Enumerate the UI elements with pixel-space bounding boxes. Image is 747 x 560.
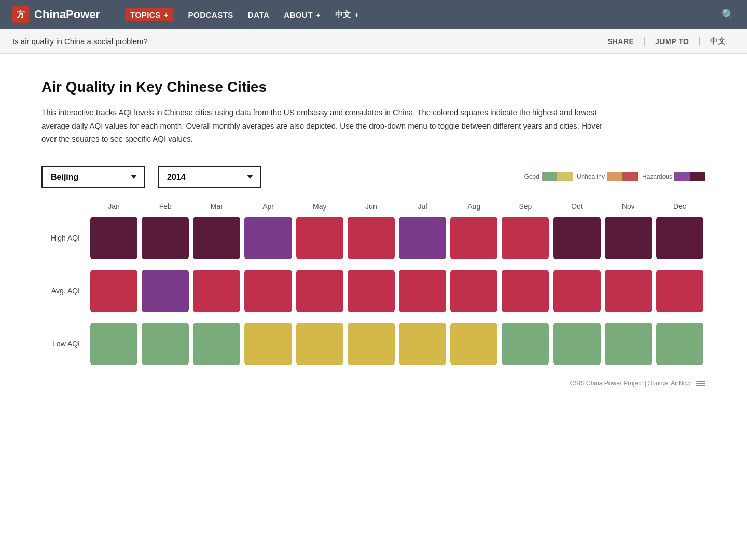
month-apr: Apr (242, 202, 294, 211)
cell-high-mar[interactable] (191, 215, 242, 261)
footer-text: CSIS China Power Project | Source: AirNo… (570, 380, 691, 387)
year-dropdown[interactable]: 2008 2009 2010 2011 2012 2013 2014 2015 … (158, 166, 261, 188)
controls-row: Beijing Shanghai Guangzhou Chengdu Sheny… (42, 166, 706, 188)
cell-high-oct[interactable] (551, 215, 602, 261)
section-title: Air Quality in Key Chinese Cities (42, 79, 706, 95)
cell-avg-oct[interactable] (551, 268, 602, 314)
month-jun: Jun (345, 202, 397, 211)
month-aug: Aug (448, 202, 500, 211)
month-feb: Feb (140, 202, 191, 211)
sub-bar: Is air quality in China a social problem… (0, 29, 747, 54)
legend: Good Unhealthy Hazardous (524, 172, 706, 181)
cell-high-apr[interactable] (242, 215, 294, 261)
nav-link-about[interactable]: ABOUT + (284, 10, 321, 19)
cell-avg-nov[interactable] (603, 268, 654, 314)
nav-link-topics[interactable]: TOPICS + (125, 8, 173, 21)
cell-avg-feb[interactable] (140, 268, 191, 314)
legend-blocks-hazardous (674, 172, 706, 181)
jump-to-button[interactable]: JUMP TO (646, 37, 698, 46)
legend-hazardous2 (690, 172, 706, 181)
cell-high-sep[interactable] (500, 215, 551, 261)
cell-low-jan[interactable] (88, 320, 140, 367)
cell-low-feb[interactable] (140, 320, 191, 367)
cell-low-jun[interactable] (345, 320, 397, 367)
month-sep: Sep (500, 202, 551, 211)
page-subtitle: Is air quality in China a social problem… (12, 37, 598, 46)
chart-footer: CSIS China Power Project | Source: AirNo… (42, 380, 706, 387)
nav-link-data[interactable]: DATA (248, 10, 269, 19)
cell-high-jan[interactable] (88, 215, 140, 261)
cell-avg-jul[interactable] (397, 268, 448, 314)
low-aqi-label: Low AQI (42, 340, 88, 348)
nav-links: TOPICS + PODCASTS DATA ABOUT + 中文 + (125, 8, 358, 21)
legend-label-hazardous: Hazardous (642, 173, 672, 180)
cell-high-dec[interactable] (654, 215, 706, 261)
cell-low-oct[interactable] (551, 320, 602, 367)
legend-hazardous1 (674, 172, 690, 181)
chart-rows: High AQI Avg. AQI (42, 215, 706, 367)
cell-low-aug[interactable] (448, 320, 500, 367)
cell-avg-jun[interactable] (345, 268, 397, 314)
cell-avg-sep[interactable] (500, 268, 551, 314)
share-button[interactable]: SHARE (598, 37, 644, 46)
month-headers: Jan Feb Mar Apr May Jun Jul Aug Sep Oct … (42, 202, 706, 211)
cell-low-sep[interactable] (500, 320, 551, 367)
chinese-link[interactable]: 中文 (701, 37, 735, 46)
cell-low-dec[interactable] (654, 320, 706, 367)
cell-high-nov[interactable] (603, 215, 654, 261)
avg-aqi-row: Avg. AQI (42, 268, 706, 314)
cell-low-jul[interactable] (397, 320, 448, 367)
cell-high-jun[interactable] (345, 215, 397, 261)
low-aqi-row: Low AQI (42, 320, 706, 367)
nav-bar: 方 ChinaPower TOPICS + PODCASTS DATA ABOU… (0, 0, 747, 29)
cell-high-feb[interactable] (140, 215, 191, 261)
menu-icon[interactable] (696, 381, 706, 386)
cell-low-mar[interactable] (191, 320, 242, 367)
legend-unhealthy2 (622, 172, 638, 181)
nav-link-chinese[interactable]: 中文 + (335, 10, 359, 20)
cell-high-aug[interactable] (448, 215, 500, 261)
month-jul: Jul (397, 202, 448, 211)
city-dropdown[interactable]: Beijing Shanghai Guangzhou Chengdu Sheny… (42, 166, 145, 188)
cell-high-jul[interactable] (397, 215, 448, 261)
cell-avg-dec[interactable] (654, 268, 706, 314)
cell-avg-may[interactable] (294, 268, 345, 314)
nav-link-podcasts[interactable]: PODCASTS (188, 10, 233, 19)
month-dec: Dec (654, 202, 706, 211)
legend-good (542, 172, 557, 181)
legend-label-unhealthy: Unhealthy (577, 173, 605, 180)
cell-avg-aug[interactable] (448, 268, 500, 314)
legend-blocks (542, 172, 573, 181)
month-oct: Oct (551, 202, 602, 211)
cell-avg-mar[interactable] (191, 268, 242, 314)
month-mar: Mar (191, 202, 242, 211)
month-jan: Jan (88, 202, 140, 211)
month-may: May (294, 202, 345, 211)
chart-container: Jan Feb Mar Apr May Jun Jul Aug Sep Oct … (42, 202, 706, 367)
cell-high-may[interactable] (294, 215, 345, 261)
logo-text: ChinaPower (34, 8, 100, 21)
search-icon[interactable]: 🔍 (722, 8, 735, 21)
cell-avg-jan[interactable] (88, 268, 140, 314)
logo[interactable]: 方 ChinaPower (12, 6, 100, 23)
high-aqi-label: High AQI (42, 234, 88, 242)
logo-icon: 方 (12, 6, 29, 23)
main-content: Air Quality in Key Chinese Cities This i… (0, 54, 747, 418)
cell-avg-apr[interactable] (242, 268, 294, 314)
cell-low-nov[interactable] (603, 320, 654, 367)
legend-label-good: Good (524, 173, 540, 180)
avg-aqi-label: Avg. AQI (42, 287, 88, 295)
legend-unhealthy1 (607, 172, 622, 181)
legend-moderate (557, 172, 573, 181)
month-nov: Nov (603, 202, 654, 211)
cell-low-apr[interactable] (242, 320, 294, 367)
section-description: This interactive tracks AQI levels in Ch… (42, 106, 612, 146)
sub-bar-actions: SHARE | JUMP TO | 中文 (598, 36, 735, 47)
legend-blocks-unhealthy (607, 172, 638, 181)
high-aqi-row: High AQI (42, 215, 706, 261)
cell-low-may[interactable] (294, 320, 345, 367)
